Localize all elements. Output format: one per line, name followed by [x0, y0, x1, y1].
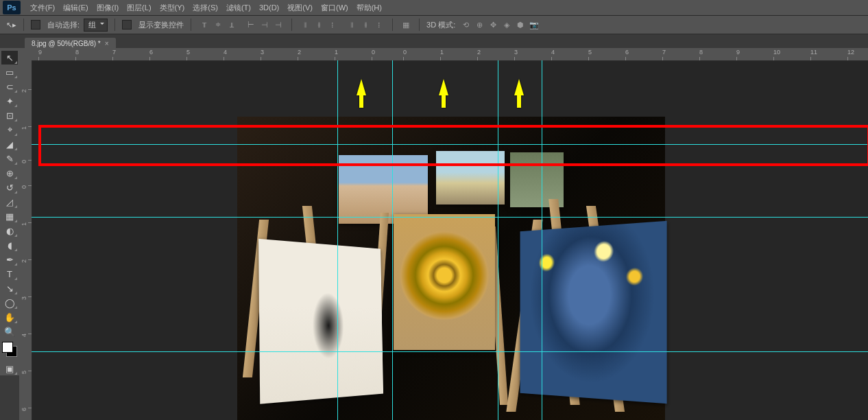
heal-tool[interactable]: ◢	[1, 137, 18, 151]
menu-image[interactable]: 图像(I)	[93, 0, 123, 15]
eraser-tool[interactable]: ◿	[1, 195, 18, 209]
show-transform-label: 显示变换控件	[138, 20, 184, 30]
close-icon[interactable]: ×	[105, 40, 109, 47]
show-transform-checkbox[interactable]	[122, 20, 132, 30]
separator	[392, 19, 393, 31]
move-tool-icon: ↖▸	[5, 19, 16, 30]
3d-5-icon[interactable]: ⬢	[514, 19, 527, 31]
auto-select-dropdown[interactable]: 组	[84, 19, 108, 32]
ruler-horizontal[interactable]: 98765432100123456789101112	[32, 48, 868, 61]
3d-3-icon[interactable]: ✥	[487, 19, 499, 31]
menu-edit[interactable]: 编辑(E)	[59, 0, 93, 15]
align-top-icon[interactable]: ⫪	[198, 19, 210, 31]
gradient-tool[interactable]: ▦	[1, 209, 18, 223]
brush-tool[interactable]: ✎	[1, 152, 18, 165]
crop-tool[interactable]: ⊡	[1, 108, 18, 122]
document-tab-bar: 8.jpg @ 50%(RGB/8) * ×	[0, 34, 868, 49]
3d-6-icon[interactable]: 📷	[528, 19, 540, 31]
history-brush-tool[interactable]: ↺	[1, 180, 18, 194]
painting-sunflowers	[394, 214, 495, 350]
align-hcenter-icon[interactable]: ⊣	[258, 19, 271, 31]
menu-bar: Ps 文件(F) 编辑(E) 图像(I) 图层(L) 类型(Y) 选择(S) 滤…	[0, 0, 868, 16]
align-right-icon[interactable]: ⊣	[272, 19, 285, 31]
tab-label: 8.jpg @ 50%(RGB/8) *	[32, 40, 101, 47]
auto-select-checkbox[interactable]	[31, 20, 40, 30]
annotation-arrow	[514, 74, 524, 95]
align-vcenter-icon[interactable]: ⫩	[212, 19, 224, 31]
painting-ink	[258, 239, 383, 404]
separator	[291, 19, 292, 31]
dist-6-icon[interactable]: ⫶	[373, 19, 385, 31]
pen-tool[interactable]: ✒	[1, 253, 18, 266]
separator	[419, 19, 420, 31]
distribute-group: ⫴ ⫵ ⫶ ⫴ ⫵ ⫶	[299, 19, 385, 31]
dist-3-icon[interactable]: ⫶	[326, 19, 339, 31]
menu-window[interactable]: 窗口(W)	[317, 0, 352, 15]
mode-3d-label: 3D 模式:	[426, 20, 455, 30]
ruler-vertical[interactable]: 21001234567	[19, 60, 32, 420]
color-swatch[interactable]	[2, 342, 17, 357]
align-bottom-icon[interactable]: ⫫	[226, 19, 238, 31]
stamp-tool[interactable]: ⊕	[1, 166, 18, 180]
painting-starry-night	[520, 221, 667, 404]
3d-2-icon[interactable]: ⊕	[473, 19, 485, 31]
toolbox: ↖ ▭ ⊂ ✦ ⊡ ⌖ ◢ ✎ ⊕ ↺ ◿ ▦ ◐ ◖ ✒ T ↘ ◯ ✋ 🔍 …	[0, 48, 19, 375]
menu-type[interactable]: 类型(Y)	[156, 0, 189, 15]
annotation-arrow	[439, 74, 448, 95]
foreground-color[interactable]	[2, 342, 13, 353]
align-group: ⫪ ⫩ ⫫ ⊢ ⊣ ⊣	[198, 19, 285, 31]
3d-4-icon[interactable]: ◈	[501, 19, 513, 31]
menu-view[interactable]: 视图(V)	[283, 0, 317, 15]
menu-3d[interactable]: 3D(D)	[255, 0, 283, 15]
viewport[interactable]	[32, 60, 868, 420]
align-left-icon[interactable]: ⊢	[245, 19, 257, 31]
type-tool[interactable]: T	[1, 267, 18, 281]
eyedropper-tool[interactable]: ⌖	[1, 123, 18, 137]
dodge-tool[interactable]: ◖	[1, 238, 18, 252]
annotation-arrow	[357, 74, 366, 95]
auto-select-label: 自动选择:	[47, 20, 80, 30]
separator	[114, 19, 115, 31]
menu-layer[interactable]: 图层(L)	[123, 0, 155, 15]
menu-file[interactable]: 文件(F)	[26, 0, 59, 15]
marquee-tool[interactable]: ▭	[1, 65, 18, 79]
move-tool[interactable]: ↖	[1, 51, 18, 65]
zoom-tool[interactable]: 🔍	[1, 325, 18, 338]
app-logo: Ps	[3, 1, 21, 14]
dist-5-icon[interactable]: ⫵	[359, 19, 372, 31]
menu-select[interactable]: 选择(S)	[189, 0, 222, 15]
canvas-area: 98765432100123456789101112 21001234567	[19, 48, 868, 420]
options-bar: ↖▸ 自动选择: 组 显示变换控件 ⫪ ⫩ ⫫ ⊢ ⊣ ⊣ ⫴ ⫵ ⫶ ⫴ ⫵ …	[0, 16, 868, 34]
auto-align-icon[interactable]: ▦	[400, 19, 412, 31]
hand-tool[interactable]: ✋	[1, 310, 18, 324]
dist-4-icon[interactable]: ⫴	[346, 19, 358, 31]
3d-group: ⟲ ⊕ ✥ ◈ ⬢ 📷	[459, 19, 540, 31]
3d-1-icon[interactable]: ⟲	[459, 19, 472, 31]
ruler-origin[interactable]	[19, 48, 32, 61]
path-tool[interactable]: ↘	[1, 281, 18, 295]
dist-2-icon[interactable]: ⫵	[313, 19, 325, 31]
document-canvas[interactable]	[237, 117, 665, 420]
painting-landscape	[436, 151, 505, 205]
menu-help[interactable]: 帮助(H)	[352, 0, 386, 15]
separator	[191, 19, 191, 31]
dist-1-icon[interactable]: ⫴	[299, 19, 311, 31]
menu-filter[interactable]: 滤镜(T)	[222, 0, 255, 15]
lasso-tool[interactable]: ⊂	[1, 80, 18, 93]
shape-tool[interactable]: ◯	[1, 296, 18, 310]
separator	[23, 19, 24, 31]
wand-tool[interactable]: ✦	[1, 94, 18, 108]
blur-tool[interactable]: ◐	[1, 224, 18, 237]
screen-mode-tool[interactable]: ▣	[1, 362, 18, 375]
